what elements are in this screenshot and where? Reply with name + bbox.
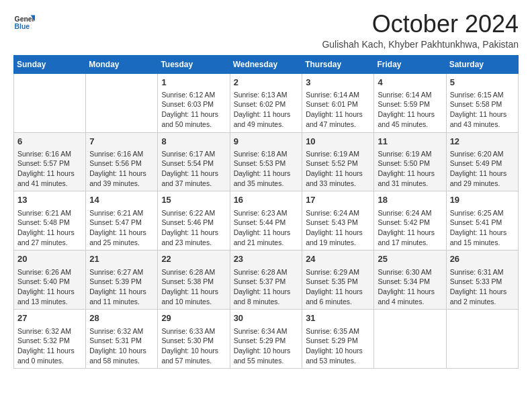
day-number: 7 xyxy=(89,136,154,148)
calendar-day: 4Sunrise: 6:14 AMSunset: 5:59 PMDaylight… xyxy=(374,73,446,132)
day-number: 2 xyxy=(234,77,299,89)
day-number: 16 xyxy=(234,194,299,206)
logo-icon: General Blue xyxy=(13,11,35,32)
day-header-saturday: Saturday xyxy=(446,55,518,73)
calendar-day: 17Sunrise: 6:24 AMSunset: 5:43 PMDayligh… xyxy=(302,191,374,250)
day-detail: Sunrise: 6:33 AMSunset: 5:30 PMDaylight:… xyxy=(161,326,226,366)
calendar-header: SundayMondayTuesdayWednesdayThursdayFrid… xyxy=(14,55,519,73)
calendar-day: 11Sunrise: 6:19 AMSunset: 5:50 PMDayligh… xyxy=(374,132,446,191)
day-number: 13 xyxy=(17,194,82,206)
day-detail: Sunrise: 6:23 AMSunset: 5:44 PMDaylight:… xyxy=(234,208,299,248)
day-number: 15 xyxy=(161,194,226,206)
day-number: 5 xyxy=(450,77,515,89)
page-header: General Blue October 2024 Gulishah Kach,… xyxy=(13,11,519,50)
day-number: 10 xyxy=(306,136,370,148)
day-number: 8 xyxy=(161,136,226,148)
day-number: 4 xyxy=(378,77,442,89)
calendar-day: 21Sunrise: 6:27 AMSunset: 5:39 PMDayligh… xyxy=(86,250,158,310)
calendar-day: 2Sunrise: 6:13 AMSunset: 6:02 PMDaylight… xyxy=(230,73,302,132)
day-header-monday: Monday xyxy=(86,55,158,73)
calendar-table: SundayMondayTuesdayWednesdayThursdayFrid… xyxy=(13,55,519,369)
calendar-day: 5Sunrise: 6:15 AMSunset: 5:58 PMDaylight… xyxy=(446,73,518,132)
calendar-week-5: 27Sunrise: 6:32 AMSunset: 5:32 PMDayligh… xyxy=(14,310,519,369)
day-number: 19 xyxy=(450,194,515,206)
day-detail: Sunrise: 6:13 AMSunset: 6:02 PMDaylight:… xyxy=(234,90,299,130)
month-title: October 2024 xyxy=(322,11,519,38)
calendar-day: 29Sunrise: 6:33 AMSunset: 5:30 PMDayligh… xyxy=(158,310,230,369)
calendar-day: 1Sunrise: 6:12 AMSunset: 6:03 PMDaylight… xyxy=(158,73,230,132)
calendar-day: 31Sunrise: 6:35 AMSunset: 5:29 PMDayligh… xyxy=(302,310,374,369)
calendar-day: 25Sunrise: 6:30 AMSunset: 5:34 PMDayligh… xyxy=(374,250,446,310)
day-number: 28 xyxy=(89,312,154,324)
day-detail: Sunrise: 6:32 AMSunset: 5:31 PMDaylight:… xyxy=(89,326,154,366)
day-detail: Sunrise: 6:19 AMSunset: 5:52 PMDaylight:… xyxy=(306,149,370,189)
calendar-day: 14Sunrise: 6:21 AMSunset: 5:47 PMDayligh… xyxy=(86,191,158,250)
day-detail: Sunrise: 6:24 AMSunset: 5:43 PMDaylight:… xyxy=(306,208,370,248)
day-detail: Sunrise: 6:18 AMSunset: 5:53 PMDaylight:… xyxy=(234,149,299,189)
title-block: October 2024 Gulishah Kach, Khyber Pakht… xyxy=(322,11,519,50)
calendar-day: 20Sunrise: 6:26 AMSunset: 5:40 PMDayligh… xyxy=(14,250,86,310)
calendar-day: 22Sunrise: 6:28 AMSunset: 5:38 PMDayligh… xyxy=(158,250,230,310)
day-header-friday: Friday xyxy=(374,55,446,73)
day-number: 30 xyxy=(234,312,299,324)
day-detail: Sunrise: 6:29 AMSunset: 5:35 PMDaylight:… xyxy=(306,267,370,307)
calendar-day: 7Sunrise: 6:16 AMSunset: 5:56 PMDaylight… xyxy=(86,132,158,191)
day-number: 26 xyxy=(450,253,515,265)
day-detail: Sunrise: 6:21 AMSunset: 5:47 PMDaylight:… xyxy=(89,208,154,248)
calendar-day: 27Sunrise: 6:32 AMSunset: 5:32 PMDayligh… xyxy=(14,310,86,369)
day-detail: Sunrise: 6:28 AMSunset: 5:37 PMDaylight:… xyxy=(234,267,299,307)
day-header-wednesday: Wednesday xyxy=(230,55,302,73)
day-number: 9 xyxy=(234,136,299,148)
day-number: 6 xyxy=(17,136,82,148)
calendar-day: 6Sunrise: 6:16 AMSunset: 5:57 PMDaylight… xyxy=(14,132,86,191)
day-detail: Sunrise: 6:25 AMSunset: 5:41 PMDaylight:… xyxy=(450,208,515,248)
day-number: 31 xyxy=(306,312,370,324)
day-detail: Sunrise: 6:14 AMSunset: 6:01 PMDaylight:… xyxy=(306,90,370,130)
day-detail: Sunrise: 6:20 AMSunset: 5:49 PMDaylight:… xyxy=(450,149,515,189)
day-number: 11 xyxy=(378,136,442,148)
calendar-day: 23Sunrise: 6:28 AMSunset: 5:37 PMDayligh… xyxy=(230,250,302,310)
day-detail: Sunrise: 6:30 AMSunset: 5:34 PMDaylight:… xyxy=(378,267,442,307)
day-number: 1 xyxy=(161,77,226,89)
calendar-day: 26Sunrise: 6:31 AMSunset: 5:33 PMDayligh… xyxy=(446,250,518,310)
day-detail: Sunrise: 6:12 AMSunset: 6:03 PMDaylight:… xyxy=(161,90,226,130)
day-detail: Sunrise: 6:35 AMSunset: 5:29 PMDaylight:… xyxy=(306,326,370,366)
day-number: 22 xyxy=(161,253,226,265)
calendar-week-1: 1Sunrise: 6:12 AMSunset: 6:03 PMDaylight… xyxy=(14,73,519,132)
calendar-day: 9Sunrise: 6:18 AMSunset: 5:53 PMDaylight… xyxy=(230,132,302,191)
day-detail: Sunrise: 6:26 AMSunset: 5:40 PMDaylight:… xyxy=(17,267,82,307)
calendar-day: 10Sunrise: 6:19 AMSunset: 5:52 PMDayligh… xyxy=(302,132,374,191)
day-number: 25 xyxy=(378,253,442,265)
calendar-day: 28Sunrise: 6:32 AMSunset: 5:31 PMDayligh… xyxy=(86,310,158,369)
day-detail: Sunrise: 6:16 AMSunset: 5:57 PMDaylight:… xyxy=(17,149,82,189)
calendar-week-4: 20Sunrise: 6:26 AMSunset: 5:40 PMDayligh… xyxy=(14,250,519,310)
location-subtitle: Gulishah Kach, Khyber Pakhtunkhwa, Pakis… xyxy=(322,39,519,50)
calendar-day: 19Sunrise: 6:25 AMSunset: 5:41 PMDayligh… xyxy=(446,191,518,250)
calendar-day: 15Sunrise: 6:22 AMSunset: 5:46 PMDayligh… xyxy=(158,191,230,250)
calendar-week-2: 6Sunrise: 6:16 AMSunset: 5:57 PMDaylight… xyxy=(14,132,519,191)
day-detail: Sunrise: 6:31 AMSunset: 5:33 PMDaylight:… xyxy=(450,267,515,307)
day-number: 24 xyxy=(306,253,370,265)
calendar-day: 13Sunrise: 6:21 AMSunset: 5:48 PMDayligh… xyxy=(14,191,86,250)
calendar-day: 3Sunrise: 6:14 AMSunset: 6:01 PMDaylight… xyxy=(302,73,374,132)
day-number: 27 xyxy=(17,312,82,324)
calendar-day: 30Sunrise: 6:34 AMSunset: 5:29 PMDayligh… xyxy=(230,310,302,369)
calendar-day: 24Sunrise: 6:29 AMSunset: 5:35 PMDayligh… xyxy=(302,250,374,310)
day-detail: Sunrise: 6:28 AMSunset: 5:38 PMDaylight:… xyxy=(161,267,226,307)
calendar-week-3: 13Sunrise: 6:21 AMSunset: 5:48 PMDayligh… xyxy=(14,191,519,250)
day-number: 3 xyxy=(306,77,370,89)
logo: General Blue xyxy=(13,11,35,32)
day-header-thursday: Thursday xyxy=(302,55,374,73)
day-detail: Sunrise: 6:22 AMSunset: 5:46 PMDaylight:… xyxy=(161,208,226,248)
day-number: 18 xyxy=(378,194,442,206)
day-detail: Sunrise: 6:32 AMSunset: 5:32 PMDaylight:… xyxy=(17,326,82,366)
calendar-day: 12Sunrise: 6:20 AMSunset: 5:49 PMDayligh… xyxy=(446,132,518,191)
day-number: 23 xyxy=(234,253,299,265)
day-detail: Sunrise: 6:19 AMSunset: 5:50 PMDaylight:… xyxy=(378,149,442,189)
day-detail: Sunrise: 6:15 AMSunset: 5:58 PMDaylight:… xyxy=(450,90,515,130)
day-detail: Sunrise: 6:24 AMSunset: 5:42 PMDaylight:… xyxy=(378,208,442,248)
day-number: 17 xyxy=(306,194,370,206)
svg-text:Blue: Blue xyxy=(15,23,30,30)
day-number: 12 xyxy=(450,136,515,148)
calendar-day: 18Sunrise: 6:24 AMSunset: 5:42 PMDayligh… xyxy=(374,191,446,250)
